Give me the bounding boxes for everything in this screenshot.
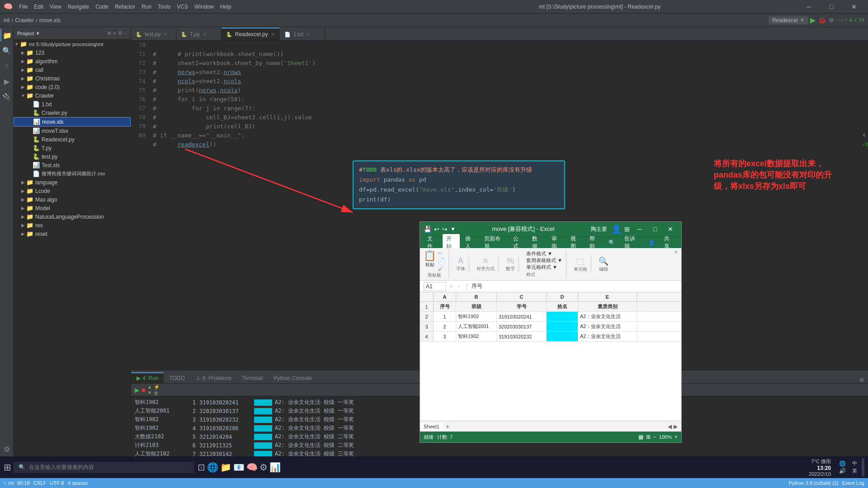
menu-vcs[interactable]: VCS xyxy=(174,3,191,11)
taskbar-explorer-icon[interactable]: 📁 xyxy=(220,462,231,473)
tab-close-testpy[interactable]: ✕ xyxy=(163,32,167,38)
menu-file[interactable]: File xyxy=(16,3,30,11)
tree-item-123[interactable]: ▶ 📁 123 xyxy=(14,48,131,57)
status-line-col[interactable]: 80:18 xyxy=(17,480,30,486)
activity-project-icon[interactable]: 📁 xyxy=(0,29,13,42)
project-gear-icon[interactable]: ⚙ xyxy=(118,30,123,36)
tree-item-christmas[interactable]: ▶ 📁 Christmas xyxy=(14,74,131,83)
activity-settings-icon[interactable]: ⚙ xyxy=(0,443,13,455)
windows-start-btn[interactable]: ⊞ xyxy=(4,462,11,473)
minimize-button[interactable]: ─ xyxy=(798,0,819,14)
col-header-C[interactable]: C xyxy=(497,292,547,301)
tree-item-testxls[interactable]: ▶ 📊 Test.xls xyxy=(14,161,131,169)
tree-item-reset[interactable]: ▶ 📁 reset xyxy=(14,230,131,238)
activity-run-icon[interactable]: ▶ xyxy=(0,75,13,88)
tree-item-testpy[interactable]: ▶ 🐍 test.py xyxy=(14,152,131,161)
excel-normal-view[interactable]: ▦ xyxy=(638,434,643,440)
tree-item-language[interactable]: ▶ 📁 language xyxy=(14,178,131,187)
taskbar-edge-icon[interactable]: 🌐 xyxy=(207,462,218,473)
taskbar-search[interactable]: 🔍 在这里输入你要搜索的内容 xyxy=(13,462,194,473)
tree-item-call[interactable]: ▶ 📁 call xyxy=(14,66,131,74)
ribbon-align-icon[interactable]: ≡ xyxy=(483,256,488,266)
tree-item-tpy[interactable]: ▶ 🐍 T.py xyxy=(14,144,131,152)
cell-3-A[interactable]: 3 xyxy=(434,332,456,341)
menu-view[interactable]: View xyxy=(47,3,64,11)
cell-1-E[interactable]: A2：业余文化生活 xyxy=(578,312,637,321)
tree-item-crawler[interactable]: ▼ 📁 Crawler xyxy=(14,91,131,100)
run-side-btn2[interactable]: ▼ xyxy=(147,390,152,395)
excel-page-view[interactable]: ⊞ xyxy=(646,434,651,440)
close-button[interactable]: ✕ xyxy=(844,0,864,14)
project-collapse-icon[interactable]: ≡ xyxy=(113,30,116,36)
tab-testpy[interactable]: 🐍 test.py ✕ xyxy=(131,28,176,40)
debug-button[interactable]: 🐞 xyxy=(818,17,826,24)
taskbar-ime-cn[interactable]: 中 xyxy=(852,460,857,467)
run-panel-tab-problems[interactable]: ⚠ 6: Problems xyxy=(190,373,237,383)
ribbon-format-btn[interactable]: 🖌 xyxy=(438,265,445,272)
tree-item-model[interactable]: ▶ 📁 Model xyxy=(14,204,131,212)
run-panel-tab-todo[interactable]: TODO xyxy=(164,373,190,383)
run-stop-btn[interactable]: ■ xyxy=(142,386,145,394)
taskbar-task-icon[interactable]: ⊡ xyxy=(198,462,205,473)
tree-item-movetxlsx[interactable]: ▶ 📊 moveT.xlsx xyxy=(14,127,131,135)
cell-2-B[interactable]: 人工智能2001 xyxy=(456,322,497,331)
ribbon-collapse-icon[interactable]: ^ xyxy=(674,250,678,258)
col-header-A[interactable]: A xyxy=(434,292,456,301)
tree-root[interactable]: ▼ 📁 mt S:\Study\picture processing\mt xyxy=(14,40,131,48)
excel-minimize-btn[interactable]: ─ xyxy=(632,223,647,235)
excel-redo-icon[interactable]: ↪ xyxy=(442,225,448,233)
status-git[interactable]: ⑂ mt xyxy=(4,480,14,486)
menu-tools[interactable]: Tools xyxy=(155,3,173,11)
activity-plugin-icon[interactable]: 🔌 xyxy=(0,90,13,103)
activity-vcs-icon[interactable]: ⑂ xyxy=(0,60,13,72)
ribbon-font-icon[interactable]: A xyxy=(458,256,463,266)
cell-1-A[interactable]: 1 xyxy=(434,312,456,321)
breadcrumb-file[interactable]: move.xls xyxy=(39,17,61,23)
activity-search-icon[interactable]: 🔍 xyxy=(0,44,13,57)
tab-close-tpy[interactable]: ✕ xyxy=(203,32,207,38)
run-panel-tab-python[interactable]: Python Console xyxy=(268,373,317,383)
col-header-E[interactable]: E xyxy=(578,292,637,301)
tab-tpy[interactable]: 🐍 T.py ✕ xyxy=(176,28,222,40)
tab-close-readexcelpy[interactable]: ✕ xyxy=(271,32,275,38)
run-panel-settings-icon[interactable]: ⚙ xyxy=(859,377,864,383)
cell-ref-input[interactable] xyxy=(424,282,446,291)
excel-undo-icon[interactable]: ↩ xyxy=(434,225,439,233)
excel-viewmode-icon[interactable]: ⊞ xyxy=(624,225,630,233)
run-trash-btn[interactable]: 🗑 xyxy=(154,390,160,396)
excel-save-icon[interactable]: 💾 xyxy=(424,225,431,233)
cell-3-C[interactable]: 319103020232 xyxy=(497,332,547,341)
excel-sheet-tab-sheet1[interactable]: Sheet1 xyxy=(420,423,443,430)
menu-window[interactable]: Window xyxy=(192,3,217,11)
play-button[interactable]: ▶ xyxy=(810,16,816,24)
menu-refactor[interactable]: Refactor xyxy=(112,3,138,11)
cell-3-B[interactable]: 智科1902 xyxy=(456,332,497,341)
cell-h-C[interactable]: 学号 xyxy=(497,302,547,311)
taskbar-pycharm-icon[interactable]: 🧠 xyxy=(246,462,258,473)
ribbon-table-format[interactable]: 套用表格格式 ▼ xyxy=(526,257,562,264)
cell-2-C[interactable]: 320203030137 xyxy=(497,322,547,331)
taskbar-mail-icon[interactable]: 📧 xyxy=(233,462,245,473)
more-icon[interactable]: ⋯ xyxy=(837,17,843,23)
project-locate-icon[interactable]: ⊕ xyxy=(107,30,111,36)
cell-2-A[interactable]: 2 xyxy=(434,322,456,331)
excel-add-sheet-icon[interactable]: + xyxy=(443,423,452,430)
excel-menu-share-icon[interactable]: 👤 xyxy=(645,239,659,247)
tree-item-res[interactable]: ▶ 📁 res xyxy=(14,221,131,230)
tab-close-1txt[interactable]: ✕ xyxy=(306,32,310,38)
status-indent[interactable]: 4 spaces xyxy=(68,480,88,486)
tree-item-lcode[interactable]: ▶ 📁 Lcode xyxy=(14,187,131,195)
cell-h-E[interactable]: 素质类别 xyxy=(578,302,637,311)
excel-more-icon[interactable]: ▼ xyxy=(450,226,456,232)
cell-2-D[interactable] xyxy=(547,322,578,331)
taskbar-volume-icon[interactable]: 🔊 xyxy=(839,468,846,474)
excel-close-btn[interactable]: ✕ xyxy=(663,223,678,235)
tree-item-readexcelpy[interactable]: ▶ 🐍 Readexcel.py xyxy=(14,135,131,144)
excel-scroll-right[interactable]: ▶ xyxy=(674,423,678,430)
tab-readexcelpy[interactable]: 🐍 Readexcel.py ✕ xyxy=(222,28,280,40)
ribbon-cond-format[interactable]: 条件格式 ▼ xyxy=(526,250,562,257)
tree-item-1txt[interactable]: ▶ 📄 1.txt xyxy=(14,100,131,108)
ribbon-paste-btn[interactable]: 📋 粘贴 xyxy=(424,250,436,272)
breadcrumb-crawler[interactable]: Crawler xyxy=(15,17,33,23)
tree-item-maxalgo[interactable]: ▶ 📁 Max algo xyxy=(14,195,131,204)
